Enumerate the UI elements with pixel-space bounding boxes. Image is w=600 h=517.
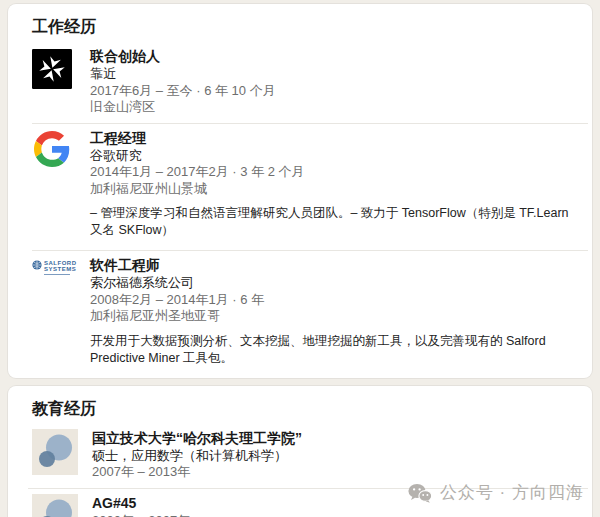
date-range: 2008年2月 – 2014年1月 · 6 年 (90, 292, 582, 309)
work-experience-card: 工作经历 联合创始人 靠近 2017年6月 – 至今 · 6 年 10 个月 旧… (8, 4, 592, 378)
company-logo-kaojin[interactable] (32, 47, 74, 116)
salford-logo-line2: SYSTEMS (44, 266, 77, 272)
work-section-title: 工作经历 (8, 4, 592, 42)
date-range: 2014年1月 – 2017年2月 · 3 年 2 个月 (90, 164, 582, 181)
job-title: 联合创始人 (90, 47, 582, 66)
company-logo-google[interactable] (32, 129, 74, 244)
school-logo-university[interactable] (32, 429, 78, 481)
date-range: 2007年 – 2013年 (92, 464, 582, 481)
job-title: 工程经理 (90, 129, 582, 148)
school-placeholder-icon (32, 429, 78, 475)
watermark-text: 公众号 · 方向四海 (440, 481, 584, 504)
job-title: 软件工程师 (90, 256, 582, 275)
school-placeholder-icon (32, 494, 78, 517)
experience-item-kaojin: 联合创始人 靠近 2017年6月 – 至今 · 6 年 10 个月 旧金山湾区 (8, 42, 592, 123)
degree: 硕士，应用数学（和计算机科学） (92, 448, 582, 465)
company-name: 索尔福德系统公司 (90, 275, 582, 292)
company-name: 靠近 (90, 66, 582, 83)
location: 旧金山湾区 (90, 99, 582, 116)
education-item-university: 国立技术大学“哈尔科夫理工学院” 硕士，应用数学（和计算机科学） 2007年 –… (8, 424, 592, 488)
company-logo-salford[interactable]: SALFORD SYSTEMS (32, 256, 74, 371)
education-section-title: 教育经历 (8, 386, 592, 424)
date-range: 2000年 – 2007年 (92, 513, 582, 517)
school-logo-school[interactable] (32, 494, 78, 517)
job-description: – 管理深度学习和自然语言理解研究人员团队。– 致力于 TensorFlow（特… (90, 205, 582, 239)
watermark: 公众号 · 方向四海 (408, 481, 584, 504)
date-range: 2017年6月 – 至今 · 6 年 10 个月 (90, 83, 582, 100)
salford-globe-icon (32, 260, 42, 270)
kaojin-arrows-icon (32, 49, 72, 89)
salford-logo-rule (44, 274, 70, 275)
location: 加利福尼亚州山景城 (90, 181, 582, 198)
school-name: 国立技术大学“哈尔科夫理工学院” (92, 429, 582, 448)
job-description: 开发用于大数据预测分析、文本挖掘、地理挖掘的新工具，以及完善现有的 Salfor… (90, 333, 582, 367)
google-g-icon (34, 131, 70, 167)
company-name: 谷歌研究 (90, 148, 582, 165)
location: 加利福尼亚州圣地亚哥 (90, 308, 582, 325)
wechat-icon (408, 483, 432, 503)
experience-item-google: 工程经理 谷歌研究 2014年1月 – 2017年2月 · 3 年 2 个月 加… (8, 124, 592, 251)
experience-item-salford: SALFORD SYSTEMS 软件工程师 索尔福德系统公司 2008年2月 –… (8, 251, 592, 378)
